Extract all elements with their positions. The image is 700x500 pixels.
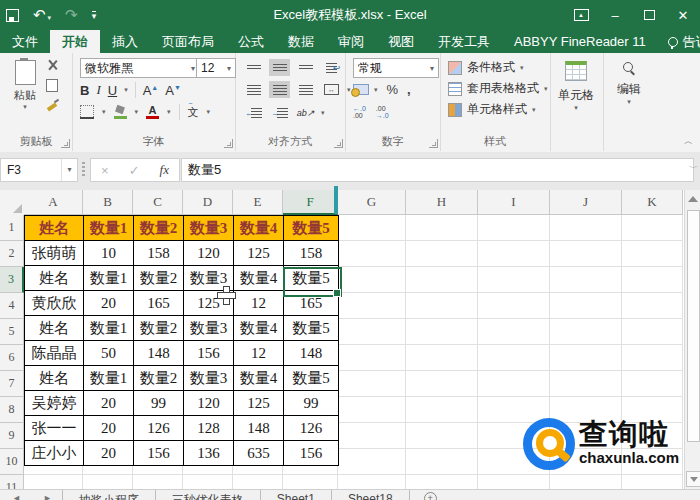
cell-B3[interactable]: 数量1 (84, 266, 134, 291)
cell-C7[interactable]: 数量2 (134, 366, 184, 391)
font-name-select[interactable]: 微软雅黑▾ (80, 58, 200, 78)
align-bottom-button[interactable] (295, 59, 316, 76)
ribbon-tab-视图[interactable]: 视图 (376, 30, 426, 53)
cell-C5[interactable]: 数量2 (134, 316, 184, 341)
insert-function-icon[interactable]: fx (160, 162, 169, 178)
save-icon[interactable] (6, 9, 19, 22)
row-header-3[interactable]: 3 (0, 267, 24, 293)
cell-A7[interactable]: 姓名 (25, 366, 84, 391)
column-header-E[interactable]: E (233, 190, 283, 215)
cell-B2[interactable]: 10 (84, 241, 134, 266)
font-color-icon[interactable]: A (146, 105, 159, 119)
cell-E7[interactable]: 数量4 (234, 366, 284, 391)
cell-styles-button[interactable]: 单元格样式▾ (440, 99, 550, 120)
cell-E4[interactable]: 12 (234, 291, 284, 316)
align-left-button[interactable] (243, 81, 264, 98)
cell-A1[interactable]: 姓名 (25, 216, 84, 241)
cell-C4[interactable]: 165 (134, 291, 184, 316)
cell-D6[interactable]: 156 (184, 341, 234, 366)
cell-D8[interactable]: 120 (184, 391, 234, 416)
ribbon-tab-文件[interactable]: 文件 (0, 30, 50, 53)
cell-E3[interactable]: 数量4 (234, 266, 284, 291)
cell-E6[interactable]: 12 (234, 341, 284, 366)
cell-B9[interactable]: 20 (84, 416, 134, 441)
enter-icon[interactable]: ✓ (129, 163, 140, 178)
orientation-icon[interactable]: ab↗ (295, 104, 316, 121)
cell-F5[interactable]: 数量5 (284, 316, 339, 341)
cut-icon[interactable] (46, 59, 59, 72)
ribbon-tab-开发工具[interactable]: 开发工具 (426, 30, 502, 53)
shrink-font-button[interactable]: A▼ (165, 83, 181, 98)
cell-F2[interactable]: 158 (284, 241, 339, 266)
paste-button[interactable]: 粘贴 ▾ (6, 58, 44, 134)
cell-E10[interactable]: 635 (234, 441, 284, 466)
cell-C6[interactable]: 148 (134, 341, 184, 366)
row-header-2[interactable]: 2 (0, 241, 24, 267)
font-size-select[interactable]: 12▾ (196, 58, 236, 78)
row-header-8[interactable]: 8 (0, 397, 24, 423)
italic-button[interactable]: I (96, 82, 100, 98)
cell-D7[interactable]: 数量3 (184, 366, 234, 391)
conditional-formatting-button[interactable]: 条件格式▾ (440, 57, 550, 78)
cell-D1[interactable]: 数量3 (184, 216, 234, 241)
ribbon-tab-ABBYY FineReader 11[interactable]: ABBYY FineReader 11 (502, 30, 658, 53)
cancel-icon[interactable]: × (101, 163, 109, 178)
cell-C8[interactable]: 99 (134, 391, 184, 416)
cell-B4[interactable]: 20 (84, 291, 134, 316)
bold-button[interactable]: B (80, 83, 89, 98)
ribbon-tab-数据[interactable]: 数据 (276, 30, 326, 53)
customize-qat-icon[interactable]: ▾ (92, 11, 97, 20)
format-painter-icon[interactable] (46, 99, 59, 112)
cell-E5[interactable]: 数量4 (234, 316, 284, 341)
cell-A10[interactable]: 庄小小 (25, 441, 84, 466)
maximize-button[interactable] (632, 0, 666, 30)
cell-F10[interactable]: 156 (284, 441, 339, 466)
sheet-tab-抽奖小程序[interactable]: 抽奖小程序 (62, 490, 156, 500)
column-header-K[interactable]: K (622, 190, 683, 215)
comma-style-button[interactable]: , (407, 82, 411, 97)
add-sheet-icon[interactable]: + (424, 492, 437, 500)
cell-A6[interactable]: 陈晶晶 (25, 341, 84, 366)
number-format-select[interactable]: 常规▾ (353, 58, 439, 78)
ribbon-display-options-button[interactable]: ▲ (564, 0, 598, 30)
select-all-corner[interactable] (0, 190, 25, 216)
number-dialog-launcher-icon[interactable] (429, 139, 438, 148)
cell-C1[interactable]: 数量2 (134, 216, 184, 241)
format-as-table-button[interactable]: 套用表格格式▾ (440, 78, 550, 99)
cell-C9[interactable]: 126 (134, 416, 184, 441)
collapse-ribbon-icon[interactable]: ︿ (684, 135, 693, 148)
cell-F7[interactable]: 数量5 (284, 366, 339, 391)
row-header-6[interactable]: 6 (0, 345, 24, 371)
copy-icon[interactable] (46, 79, 58, 92)
cell-A9[interactable]: 张一一 (25, 416, 84, 441)
column-header-B[interactable]: B (83, 190, 133, 215)
column-header-A[interactable]: A (24, 190, 83, 215)
cell-C2[interactable]: 158 (134, 241, 184, 266)
decrease-indent-button[interactable]: ← (243, 104, 264, 121)
cell-E2[interactable]: 125 (234, 241, 284, 266)
font-dialog-launcher-icon[interactable] (224, 139, 233, 148)
increase-decimal-button[interactable]: ←.0.00 (353, 105, 366, 119)
chevron-down-icon[interactable]: ▾ (61, 159, 77, 181)
row-header-1[interactable]: 1 (0, 215, 24, 241)
column-header-C[interactable]: C (133, 190, 183, 215)
cell-E1[interactable]: 数量4 (234, 216, 284, 241)
cell-F9[interactable]: 126 (284, 416, 339, 441)
increase-indent-button[interactable]: → (269, 104, 290, 121)
ribbon-tab-公式[interactable]: 公式 (226, 30, 276, 53)
cell-F8[interactable]: 99 (284, 391, 339, 416)
scrollbar-thumb[interactable] (687, 210, 700, 442)
cell-A8[interactable]: 吴婷婷 (25, 391, 84, 416)
column-header-F[interactable]: F (283, 190, 338, 215)
row-header-7[interactable]: 7 (0, 371, 24, 397)
name-box[interactable]: F3 ▾ (0, 158, 78, 182)
row-header-5[interactable]: 5 (0, 319, 24, 345)
sheet-tab-Sheet18[interactable]: Sheet18 (332, 490, 410, 500)
cell-E8[interactable]: 125 (234, 391, 284, 416)
align-right-button[interactable] (295, 81, 316, 98)
cell-A2[interactable]: 张萌萌 (25, 241, 84, 266)
row-header-10[interactable]: 10 (0, 449, 24, 475)
sheet-tab-三秒优化表格[interactable]: 三秒优化表格 (156, 490, 261, 500)
cell-D9[interactable]: 128 (184, 416, 234, 441)
underline-button[interactable]: U (108, 83, 117, 98)
